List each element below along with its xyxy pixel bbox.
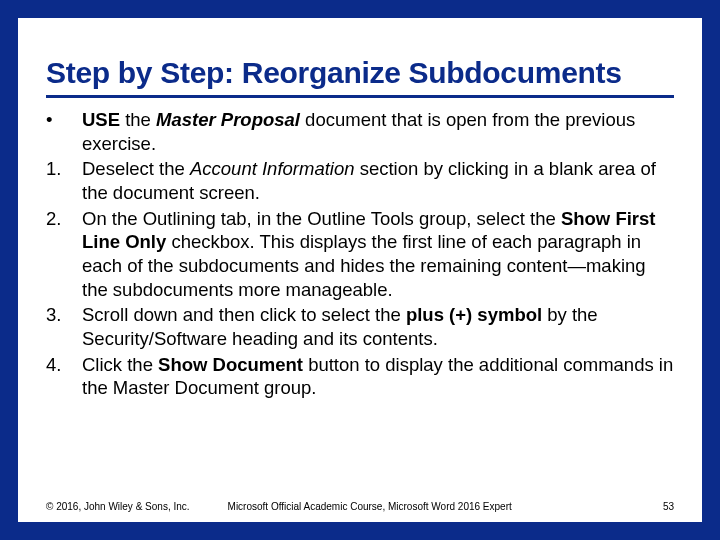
step-item: 3.Scroll down and then click to select t… (46, 303, 674, 350)
step-marker: 4. (46, 353, 82, 400)
step-item: 4.Click the Show Document button to disp… (46, 353, 674, 400)
step-text: Scroll down and then click to select the… (82, 303, 674, 350)
step-text: Deselect the Account Information section… (82, 157, 674, 204)
slide-title: Step by Step: Reorganize Subdocuments (46, 46, 674, 98)
step-marker: 1. (46, 157, 82, 204)
footer-copyright: © 2016, John Wiley & Sons, Inc. (46, 501, 190, 512)
step-marker: 3. (46, 303, 82, 350)
step-marker: • (46, 108, 82, 155)
step-marker: 2. (46, 207, 82, 302)
footer-page: 53 (663, 501, 674, 512)
step-item: 1.Deselect the Account Information secti… (46, 157, 674, 204)
footer-course: Microsoft Official Academic Course, Micr… (228, 501, 663, 512)
slide-content: Step by Step: Reorganize Subdocuments •U… (18, 18, 702, 522)
step-text: USE the Master Proposal document that is… (82, 108, 674, 155)
step-text: Click the Show Document button to displa… (82, 353, 674, 400)
steps-list: •USE the Master Proposal document that i… (46, 108, 674, 400)
step-item: 2.On the Outlining tab, in the Outline T… (46, 207, 674, 302)
step-text: On the Outlining tab, in the Outline Too… (82, 207, 674, 302)
step-item: •USE the Master Proposal document that i… (46, 108, 674, 155)
footer: © 2016, John Wiley & Sons, Inc. Microsof… (46, 501, 674, 512)
slide-frame: Step by Step: Reorganize Subdocuments •U… (0, 0, 720, 540)
